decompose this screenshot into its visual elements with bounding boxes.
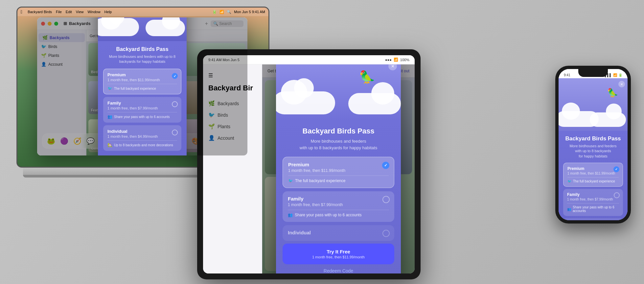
mac-modal-overlay: 🦜 ✕ Backyard Birds Pass More birdhouses … <box>37 17 247 155</box>
ipad-plan-premium[interactable]: Premium 1 month free, then $11.99/month … <box>283 157 394 188</box>
menubar-view[interactable]: View <box>76 10 84 14</box>
ipad-statusbar-right: ●●● 📶 100% <box>385 58 409 62</box>
ipad-plan-premium-name: Premium <box>288 162 389 167</box>
ipad-plan-family[interactable]: Family 1 month free, then $7.99/month 👥 … <box>283 191 394 222</box>
ipad-plan-premium-feature: 🐦 The full backyard experience <box>288 176 389 183</box>
ipad-modal-header: 🦜 ✕ <box>276 64 401 120</box>
menubar-window[interactable]: Window <box>87 10 100 14</box>
iphone: 9:41 ▌▌▌ 📶 🔋 🦜 ✕ Backyard Birds Pass <box>555 66 631 224</box>
iphone-battery-icon: 🔋 <box>618 73 622 77</box>
mac-modal-title: Backyard Birds Pass <box>103 46 181 52</box>
mac-modal: 🦜 ✕ Backyard Birds Pass More birdhouses … <box>98 17 187 155</box>
iphone-family-feature-icon: 👥 <box>567 207 571 211</box>
ipad-try-free-sub: 1 month free, then $11.99/month <box>288 255 389 259</box>
iphone-bird-decoration: 🦜 <box>607 86 619 98</box>
iphone-plan-premium-price: 1 month free, then $11.99/month <box>567 172 619 175</box>
menubar-right: 🔋 📶 🔍 Mon Jun 5 9:41 AM <box>212 10 265 14</box>
mac-app-window: ⊞ Backyards + 🔍 Search 🌿 Backyards <box>37 17 247 155</box>
iphone-cloud-right-puff <box>606 104 622 119</box>
mac-plan-individual-price: 1 month free, then $4.99/month <box>107 134 177 138</box>
menubar-wifi: 📶 <box>219 10 224 14</box>
macbook:  Backyard Birds File Edit View Window H… <box>16 7 273 178</box>
iphone-plan-family[interactable]: Family 1 month free, then $7.99/month 👥 … <box>563 189 623 216</box>
iphone-modal-header: 🦜 ✕ <box>559 78 628 131</box>
iphone-statusbar-right: ▌▌▌ 📶 🔋 <box>605 73 622 77</box>
ipad-content: Get the full exp... Check it out <box>262 64 415 273</box>
ipad-battery: 100% <box>400 58 409 62</box>
ipad-premium-feature-icon: 🐦 <box>288 178 293 183</box>
ipad-cloud-right-puff <box>371 82 394 105</box>
ipad-modal-subtitle: More birdhouses and feederswith up to 8 … <box>283 138 394 151</box>
ipad-redeem-code[interactable]: Redeem Code <box>283 268 394 273</box>
ipad-signal: ●●● <box>385 58 392 62</box>
ipad-wifi: 📶 <box>394 58 398 62</box>
mac-menubar:  Backyard Birds File Edit View Window H… <box>17 8 268 16</box>
mac-plan-premium-price: 1 month free, then $11.99/month <box>107 78 177 82</box>
macbook-screen:  Backyard Birds File Edit View Window H… <box>16 7 269 168</box>
ipad-plan-family-feature: 👥 Share your pass with up to 6 accounts <box>288 210 389 217</box>
ipad-modal-overlay: 🦜 ✕ Backyard Birds Pass More birdhouses … <box>262 64 415 273</box>
premium-feature-text: The full backyard experience <box>114 87 156 90</box>
mac-plan-premium[interactable]: Premium 1 month free, then $11.99/month … <box>103 69 181 94</box>
iphone-plan-premium-name: Premium <box>567 166 619 171</box>
mac-plan-individual[interactable]: Individual 1 month free, then $4.99/mont… <box>103 125 181 151</box>
ipad-modal-body: Backyard Birds Pass More birdhouses and … <box>276 120 401 273</box>
mac-modal-body: Backyard Birds Pass More birdhouses and … <box>98 41 187 155</box>
ipad-family-feature-text: Share your pass with up to 6 accounts <box>295 213 361 217</box>
ipad-cloud-left-puff2 <box>294 78 314 98</box>
apple-icon:  <box>21 9 22 14</box>
ipad-plan-individual-partial[interactable]: Individual <box>283 225 394 241</box>
menubar-edit[interactable]: Edit <box>66 10 72 14</box>
iphone-screen: 9:41 ▌▌▌ 📶 🔋 🦜 ✕ Backyard Birds Pass <box>559 69 628 220</box>
iphone-family-feature-text: Share your pass with up to 6 accounts <box>573 205 619 213</box>
family-feature-text: Share your pass with up to 6 accounts <box>114 115 170 119</box>
iphone-premium-feature-text: The full backyard experience <box>573 179 615 183</box>
mac-plan-individual-feature: 🏡 Up to 8 backyards and more decorations <box>107 140 177 147</box>
iphone-modal-body: Backyard Birds Pass More birdhouses and … <box>559 131 628 220</box>
iphone-plan-premium[interactable]: Premium 1 month free, then $11.99/month … <box>563 163 623 187</box>
mac-plan-family[interactable]: Family 1 month free, then $7.99/month 👥 … <box>103 97 181 123</box>
premium-feature-icon: 🐦 <box>107 86 112 91</box>
ipad-plan-family-name: Family <box>288 196 389 201</box>
iphone-plan-family-name: Family <box>567 192 619 197</box>
iphone-notch <box>578 69 608 77</box>
ipad-try-free-button[interactable]: Try It Free 1 month free, then $11.99/mo… <box>283 244 394 264</box>
menubar-help[interactable]: Help <box>104 10 112 14</box>
mac-screen-content:  Backyard Birds File Edit View Window H… <box>17 8 268 167</box>
mac-plan-family-feature: 👥 Share your pass with up to 6 accounts <box>107 112 177 119</box>
menubar-time: Mon Jun 5 9:41 AM <box>234 10 265 14</box>
iphone-modal-subtitle: More birdhouses and feederswith up to 8 … <box>563 144 623 159</box>
iphone-plan-family-feature: 👥 Share your pass with up to 6 accounts <box>567 203 619 213</box>
mac-plan-individual-name: Individual <box>107 129 177 134</box>
ipad-bird-decoration: 🦜 <box>358 68 376 85</box>
ipad-premium-feature-text: The full backyard experience <box>295 178 345 183</box>
ipad-plan-family-radio[interactable] <box>382 196 390 203</box>
family-feature-icon: 👥 <box>107 114 112 119</box>
menubar-file[interactable]: File <box>56 10 62 14</box>
ipad-plan-individual-name: Individual <box>288 230 389 235</box>
mac-plan-premium-feature: 🐦 The full backyard experience <box>107 84 177 91</box>
iphone-plan-individual[interactable]: Individual <box>563 218 623 220</box>
ipad-modal: 🦜 ✕ Backyard Birds Pass More birdhouses … <box>276 64 401 273</box>
ipad-modal-close-button[interactable]: ✕ <box>388 64 397 70</box>
iphone-modal-title: Backyard Birds Pass <box>563 135 623 142</box>
ipad-try-free-label: Try It Free <box>327 249 350 254</box>
iphone-modal: 🦜 ✕ Backyard Birds Pass More birdhouses … <box>559 78 628 220</box>
iphone-time: 9:41 <box>564 73 570 77</box>
menubar-battery: 🔋 <box>212 10 217 14</box>
ipad-modal-title: Backyard Birds Pass <box>283 127 394 135</box>
iphone-modal-close-button[interactable]: ✕ <box>618 81 625 87</box>
individual-feature-icon: 🏡 <box>107 143 112 147</box>
ipad-plan-individual-radio[interactable] <box>382 230 390 237</box>
iphone-cloud-left-puff <box>562 103 580 120</box>
menubar-search: 🔍 <box>227 10 231 14</box>
iphone-wifi-icon: 📶 <box>613 73 617 77</box>
individual-feature-text: Up to 8 backyards and more decorations <box>114 143 173 147</box>
iphone-plan-premium-feature: 🐦 The full backyard experience <box>567 177 619 183</box>
ipad-plan-premium-price: 1 month free, then $11.99/month <box>288 168 389 173</box>
iphone-premium-feature-icon: 🐦 <box>567 179 571 183</box>
mac-modal-header: 🦜 ✕ <box>98 17 187 41</box>
menubar-app-name[interactable]: Backyard Birds <box>28 10 52 14</box>
ipad-plan-premium-radio[interactable] <box>382 162 389 169</box>
ipad-family-feature-icon: 👥 <box>288 213 293 217</box>
